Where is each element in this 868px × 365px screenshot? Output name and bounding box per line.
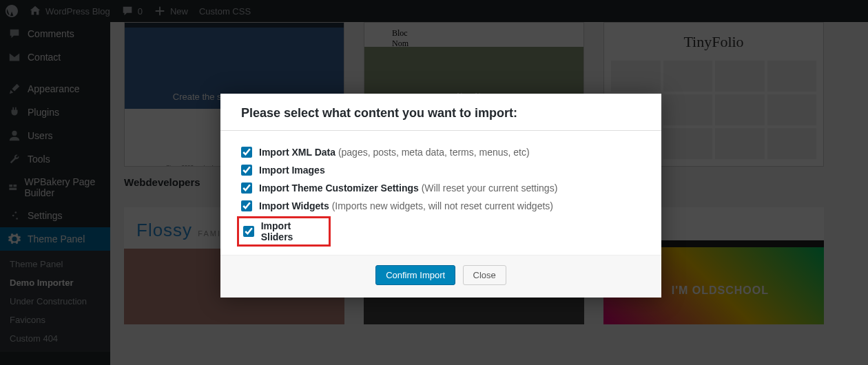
modal-footer: Confirm Import Close [220, 255, 661, 298]
option-import-widgets: Import Widgets (Imports new widgets, wil… [241, 197, 641, 215]
option-import-images: Import Images [241, 161, 641, 179]
modal-header: Please select what content you want to i… [220, 94, 661, 131]
checkbox-import-images[interactable] [241, 165, 252, 176]
option-import-sliders-highlight: Import Sliders [237, 216, 331, 247]
checkbox-import-customizer[interactable] [241, 182, 252, 194]
modal-body: Import XML Data (pages, posts, meta data… [220, 131, 661, 255]
modal-title: Please select what content you want to i… [241, 106, 641, 121]
option-import-xml: Import XML Data (pages, posts, meta data… [241, 143, 641, 161]
import-modal: Please select what content you want to i… [220, 94, 661, 298]
checkbox-import-widgets[interactable] [241, 200, 252, 211]
option-import-customizer: Import Theme Customizer Settings (Will r… [241, 179, 641, 197]
option-import-sliders: Import Sliders [243, 220, 324, 242]
checkbox-import-xml[interactable] [241, 147, 252, 158]
checkbox-import-sliders[interactable] [243, 226, 254, 237]
confirm-import-button[interactable]: Confirm Import [375, 265, 455, 285]
close-button[interactable]: Close [463, 265, 506, 285]
